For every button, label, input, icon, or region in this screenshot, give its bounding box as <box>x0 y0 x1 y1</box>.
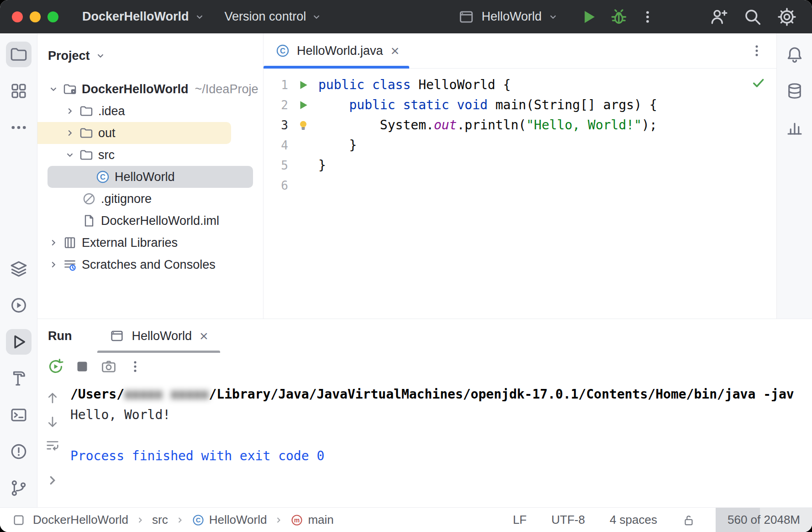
encoding-widget[interactable]: UTF-8 <box>551 513 585 527</box>
search-icon[interactable] <box>743 7 763 27</box>
tree-row-helloworld[interactable]: C HelloWorld <box>47 166 253 188</box>
console[interactable]: /Users/xxxxx xxxxx/Library/Java/JavaVirt… <box>37 380 812 507</box>
chevron-right-icon <box>136 516 145 525</box>
console-output[interactable]: /Users/xxxxx xxxxx/Library/Java/JavaVirt… <box>68 380 812 507</box>
svg-text:m: m <box>294 516 300 523</box>
inspections-ok-icon[interactable] <box>751 75 765 90</box>
folder-icon <box>79 126 94 140</box>
close-tab-icon[interactable]: × <box>391 43 400 58</box>
stop-icon[interactable] <box>72 356 92 377</box>
code-line[interactable]: 3 System.out.println("Hello, World!"); <box>264 115 776 135</box>
more-icon <box>9 118 28 137</box>
close-button[interactable] <box>12 11 23 22</box>
build-tool-button[interactable] <box>6 366 32 391</box>
close-tab-icon[interactable]: × <box>200 329 208 343</box>
ignored-file-icon <box>81 192 97 206</box>
memory-indicator[interactable]: 560 of 2048M <box>716 508 812 532</box>
structure-tool-button[interactable] <box>6 78 32 104</box>
editor-options-icon[interactable] <box>749 43 765 59</box>
read-only-lock-icon[interactable] <box>682 513 696 527</box>
code-line[interactable]: 2 public static void main(String[] args)… <box>264 95 776 115</box>
more-tool-windows-button[interactable] <box>6 115 32 140</box>
breadcrumb-method[interactable]: m main <box>290 513 333 527</box>
layers-tool-button[interactable] <box>6 256 32 282</box>
debug-button[interactable] <box>609 7 628 27</box>
add-user-icon[interactable] <box>709 7 729 27</box>
problems-tool-button[interactable] <box>6 439 32 464</box>
tree-row-out[interactable]: out <box>37 122 231 144</box>
code-line[interactable]: 1 public class HelloWorld { <box>264 75 776 95</box>
version-control-tool-button[interactable] <box>6 475 32 501</box>
tree-row-external-libraries[interactable]: External Libraries <box>37 232 263 254</box>
chevron-right-icon[interactable] <box>63 106 77 116</box>
chevron-down-icon[interactable] <box>47 84 60 94</box>
code-line[interactable]: 5 } <box>264 155 776 176</box>
tree-row-scratches[interactable]: Scratches and Consoles <box>37 254 263 276</box>
chevron-right-icon[interactable] <box>46 473 59 487</box>
intention-bulb-icon[interactable] <box>288 119 318 132</box>
editor[interactable]: C HelloWorld.java × 1 <box>264 33 776 319</box>
breadcrumb-project[interactable]: DockerHelloWorld <box>33 513 128 527</box>
console-options-icon[interactable] <box>125 356 145 377</box>
arrow-down-icon[interactable] <box>45 414 60 430</box>
tree-row-gitignore[interactable]: .gitignore <box>37 188 263 210</box>
redacted-username: xxxxx xxxxx <box>124 387 209 402</box>
run-class-gutter-icon[interactable] <box>288 79 318 91</box>
folder-icon <box>62 82 78 96</box>
class-icon: C <box>275 43 290 58</box>
method-icon: m <box>290 514 303 527</box>
chevron-down-icon <box>548 12 558 22</box>
soft-wrap-icon[interactable] <box>45 438 60 453</box>
tree-item-label: DockerHelloWorld <box>82 82 189 96</box>
project-panel: Project Docker <box>37 33 264 319</box>
vcs-widget-label: Version control <box>225 10 306 24</box>
code-line[interactable]: 4 } <box>264 135 776 155</box>
class-icon: C <box>192 514 205 527</box>
profiler-button[interactable] <box>782 115 807 140</box>
run-actions <box>579 7 656 27</box>
breadcrumb-src[interactable]: src <box>152 513 168 527</box>
code-line[interactable]: 6 <box>264 176 776 196</box>
project-widget[interactable]: DockerHelloWorld <box>82 10 205 24</box>
code-text: public static void main(String[] args) { <box>318 95 657 115</box>
terminal-tool-button[interactable] <box>6 402 32 428</box>
arrow-up-icon[interactable] <box>45 390 60 406</box>
project-tool-button[interactable] <box>6 42 32 67</box>
database-button[interactable] <box>782 78 807 104</box>
vcs-widget[interactable]: Version control <box>225 10 322 24</box>
project-panel-header[interactable]: Project <box>37 33 263 78</box>
run-tool-button[interactable] <box>6 329 32 355</box>
tree-row-idea[interactable]: .idea <box>37 100 263 122</box>
services-tool-button[interactable] <box>6 293 32 318</box>
chevron-right-icon[interactable] <box>63 128 77 138</box>
tree-row-root[interactable]: DockerHelloWorld ~/IdeaProje <box>37 78 263 100</box>
window-controls <box>12 11 58 22</box>
chevron-right-icon[interactable] <box>47 238 60 248</box>
tree-row-iml[interactable]: DockerHelloWorld.iml <box>37 210 263 232</box>
tree-item-label: out <box>98 126 116 140</box>
run-button[interactable] <box>579 7 598 27</box>
project-tree: DockerHelloWorld ~/IdeaProje .idea <box>37 78 263 276</box>
run-tab-helloworld[interactable]: HelloWorld × <box>97 319 220 353</box>
run-configuration-widget[interactable]: HelloWorld <box>458 8 558 26</box>
indent-widget[interactable]: 4 spaces <box>610 513 657 527</box>
screenshot-icon[interactable] <box>99 356 119 377</box>
console-exit-line: Process finished with exit code 0 <box>70 446 812 466</box>
code-area[interactable]: 1 public class HelloWorld { 2 public sta… <box>264 69 776 196</box>
line-separator-widget[interactable]: LF <box>513 513 527 527</box>
library-icon <box>62 235 78 250</box>
zoom-button[interactable] <box>47 11 58 22</box>
breadcrumb-class[interactable]: C HelloWorld <box>192 513 267 527</box>
notifications-button[interactable] <box>782 42 807 67</box>
tree-item-label: .gitignore <box>101 192 152 206</box>
code-text: public class HelloWorld { <box>318 75 511 95</box>
tab-helloworld-java[interactable]: C HelloWorld.java × <box>264 33 409 68</box>
minimize-button[interactable] <box>30 11 41 22</box>
settings-gear-icon[interactable] <box>776 6 797 27</box>
chevron-right-icon[interactable] <box>47 260 60 270</box>
chevron-down-icon[interactable] <box>63 150 77 160</box>
tree-row-src[interactable]: src <box>37 144 263 166</box>
more-actions-icon[interactable] <box>639 9 656 25</box>
rerun-icon[interactable] <box>46 356 66 377</box>
run-method-gutter-icon[interactable] <box>288 99 318 111</box>
